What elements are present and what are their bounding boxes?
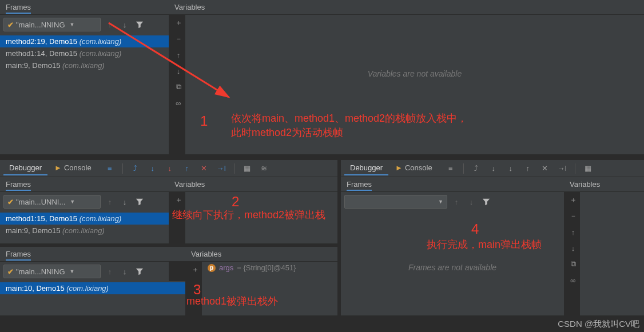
drop-frame-icon[interactable]: ✕ (198, 163, 210, 174)
trace-icon[interactable]: ≋ (259, 163, 270, 174)
thread-label: "main...NNING (16, 267, 65, 276)
vars-content-4 (580, 192, 644, 315)
filter-icon[interactable] (134, 19, 145, 30)
plus-icon[interactable]: ＋ (173, 17, 184, 29)
frame-item[interactable]: method1:15, Demo15 (com.lixiang) (0, 213, 169, 225)
variables-header-4: Variables (564, 177, 644, 192)
arrow-up-icon[interactable]: ↑ (104, 196, 116, 207)
evaluate-icon[interactable]: ▦ (582, 163, 594, 174)
force-step-into-icon[interactable]: ↓ (505, 163, 516, 174)
run-to-cursor-icon[interactable]: →I (556, 163, 568, 174)
separator (463, 163, 464, 174)
glasses-icon[interactable]: ∞ (567, 274, 579, 286)
frame-pkg: (com.lixiang) (62, 226, 105, 235)
arrow-down-icon[interactable]: ↓ (119, 266, 130, 277)
threads-icon[interactable]: ≡ (104, 163, 116, 174)
step-into-icon[interactable]: ↓ (488, 163, 499, 174)
frame-item[interactable]: method1:14, Demo15 (com.lixiang) (0, 47, 169, 59)
console-icon: ► (54, 163, 62, 172)
frames-header-1: Frames (0, 0, 169, 15)
threads-icon[interactable]: ≡ (445, 163, 456, 174)
arrow-down-icon[interactable]: ↓ (466, 196, 477, 207)
arrow-up-icon[interactable]: ↑ (451, 196, 462, 207)
frame-list-2: method1:15, Demo15 (com.lixiang) main:9,… (0, 211, 169, 243)
vars-side-toolbar-4: ＋ － ↑ ↓ ⧉ ∞ (566, 194, 580, 286)
vars-unavailable-msg: Variables are not available (185, 69, 644, 78)
frame-call: method1:15, Demo15 (6, 214, 77, 223)
arrow-up-icon[interactable]: ↑ (104, 266, 116, 277)
frame-item[interactable]: method2:19, Demo15 (com.lixiang) (0, 35, 169, 47)
down-icon[interactable]: ↓ (567, 242, 579, 254)
tab-console[interactable]: ► Console (389, 161, 438, 175)
frame-pkg: (com.lixiang) (79, 49, 122, 58)
drop-frame-icon[interactable]: ✕ (539, 163, 551, 174)
param-badge-icon: p (208, 264, 216, 272)
evaluate-icon[interactable]: ▦ (241, 163, 253, 174)
frame-call: main:9, Demo15 (6, 61, 60, 70)
copy-icon[interactable]: ⧉ (173, 81, 184, 93)
arrow-down-icon[interactable]: ↓ (119, 19, 130, 30)
glasses-icon[interactable]: ∞ (173, 97, 184, 109)
frames-toolbar-2: ✔ "main...UNNI... ▼ ↑ ↓ (0, 192, 169, 211)
frame-pkg: (com.lixiang) (79, 214, 122, 223)
plus-icon[interactable]: ＋ (567, 194, 579, 206)
step-out-icon[interactable]: ↑ (181, 163, 193, 174)
up-icon[interactable]: ↑ (173, 49, 184, 61)
plus-icon[interactable]: ＋ (189, 264, 201, 275)
frames-label: Frames (6, 3, 31, 14)
frames-header-4: Frames (341, 177, 564, 192)
force-step-into-icon[interactable]: ↓ (164, 163, 176, 174)
debug-tab-bar-left: Debugger ► Console ≡ ⤴ ↓ ↓ ↑ ✕ →I ▦ ≋ (0, 160, 337, 177)
frame-list-1: method2:19, Demo15 (com.lixiang) method1… (0, 34, 169, 154)
frame-item[interactable]: main:10, Demo15 (com.lixiang) (0, 282, 185, 294)
variable-row[interactable]: p args = {String[0]@451} (202, 262, 337, 274)
step-out-icon[interactable]: ↑ (522, 163, 534, 174)
minus-icon[interactable]: － (173, 33, 184, 45)
filter-icon[interactable] (480, 196, 492, 207)
annotation-3: 3 (193, 280, 201, 299)
console-icon: ► (395, 163, 403, 172)
thread-dropdown-4[interactable]: ▼ (344, 195, 447, 209)
minus-icon[interactable]: － (567, 210, 579, 222)
variables-label: Variables (174, 3, 205, 11)
thread-dropdown-2[interactable]: ✔ "main...UNNI... ▼ (3, 195, 101, 209)
frames-toolbar-3: ✔ "main...NNING ▼ ↑ ↓ (0, 262, 169, 281)
vars-side-toolbar-2: ＋ (172, 194, 185, 206)
debug-icons-left: ≡ ⤴ ↓ ↓ ↑ ✕ →I ▦ ≋ (104, 163, 270, 174)
vars-content-2 (185, 192, 337, 243)
step-over-icon[interactable]: ⤴ (471, 163, 482, 174)
arrow-down-icon[interactable]: ↓ (119, 196, 130, 207)
var-value: = {String[0]@451} (237, 263, 296, 272)
tab-debugger[interactable]: Debugger (3, 161, 47, 175)
separator (122, 163, 123, 174)
frames-label: Frames (6, 180, 31, 191)
thread-dropdown-3[interactable]: ✔ "main...NNING ▼ (3, 265, 101, 278)
copy-icon[interactable]: ⧉ (567, 258, 579, 270)
chevron-down-icon: ▼ (70, 269, 75, 274)
check-icon: ✔ (7, 21, 14, 29)
up-icon[interactable]: ↑ (567, 226, 579, 238)
frames-unavailable-msg: Frames are not available (341, 263, 564, 272)
tab-debugger[interactable]: Debugger (344, 161, 388, 175)
arrow-up-icon[interactable]: ↑ (104, 19, 116, 30)
vars-side-toolbar-1: ＋ － ↑ ↓ ⧉ ∞ (172, 17, 185, 154)
filter-icon[interactable] (134, 266, 145, 277)
tab-console[interactable]: ► Console (49, 161, 97, 175)
frames-header-3: Frames (0, 247, 185, 262)
separator (234, 163, 234, 174)
separator (575, 163, 575, 174)
filter-icon[interactable] (134, 196, 145, 207)
run-to-cursor-icon[interactable]: →I (216, 163, 227, 174)
frames-label: Frames (6, 250, 31, 261)
step-into-icon[interactable]: ↓ (147, 163, 158, 174)
frame-item[interactable]: main:9, Demo15 (com.lixiang) (0, 225, 169, 237)
thread-label: "main...NNING (16, 21, 65, 29)
thread-dropdown-1[interactable]: ✔ "main...NNING ▼ (3, 18, 101, 31)
plus-icon[interactable]: ＋ (173, 194, 184, 206)
variables-header-2: Variables (169, 177, 337, 192)
frame-item[interactable]: main:9, Demo15 (com.lixiang) (0, 59, 169, 71)
variables-label: Variables (174, 180, 205, 189)
down-icon[interactable]: ↓ (173, 65, 184, 77)
step-over-icon[interactable]: ⤴ (130, 163, 141, 174)
check-icon: ✔ (7, 267, 14, 276)
